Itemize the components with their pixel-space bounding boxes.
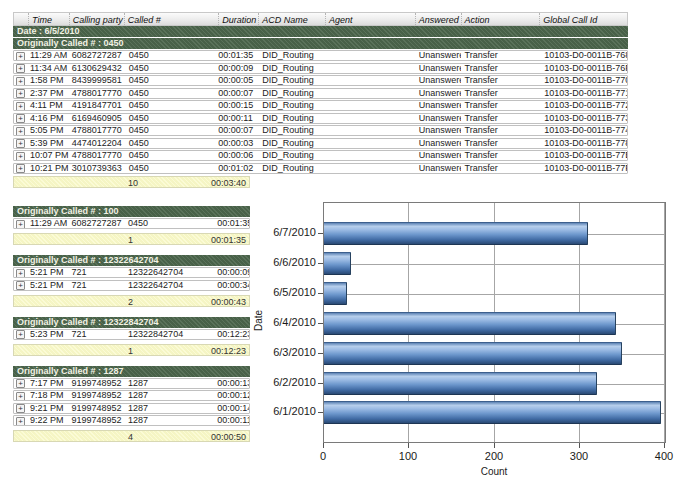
y-tick-label: 6/5/2010 bbox=[266, 286, 316, 298]
cell-answered: Unanswered bbox=[415, 64, 461, 73]
cell-acd-name: DID_Routing bbox=[258, 51, 325, 60]
cell-answered: Unanswered bbox=[415, 114, 461, 123]
cell-called-number: 12322642704 bbox=[123, 281, 217, 290]
expand-plus-icon[interactable]: + bbox=[16, 379, 25, 388]
table-row: +2:37 PM4788017770045000:00:07DID_Routin… bbox=[13, 88, 628, 99]
expand-plus-icon[interactable]: + bbox=[16, 127, 25, 136]
y-axis-tick bbox=[318, 263, 323, 264]
x-tick-label: 400 bbox=[642, 450, 676, 462]
expand-plus-icon[interactable]: + bbox=[16, 102, 25, 111]
chart-bar bbox=[324, 342, 622, 365]
cell-duration: 00:01:35 bbox=[217, 219, 249, 228]
expand-plus-icon[interactable]: + bbox=[16, 64, 25, 73]
table-row: +4:16 PM6169460905045000:00:11DID_Routin… bbox=[13, 113, 628, 124]
expand-cell: + bbox=[14, 268, 28, 277]
y-axis-tick bbox=[318, 383, 323, 384]
cell-time: 11:29 AM bbox=[28, 51, 69, 60]
cell-duration: 00:00:34 bbox=[217, 281, 249, 290]
x-axis-tick bbox=[323, 443, 324, 448]
column-header-action: Action bbox=[461, 13, 540, 25]
expand-plus-icon[interactable]: + bbox=[16, 269, 25, 278]
cell-calling-party: 4788017770 bbox=[69, 89, 124, 98]
cell-calling-party: 9199748952 bbox=[69, 379, 124, 388]
expand-plus-icon[interactable]: + bbox=[16, 52, 25, 61]
call-report-table: TimeCalling party #Called #DurationACD N… bbox=[13, 12, 628, 188]
cell-acd-name: DID_Routing bbox=[258, 151, 325, 160]
table-row: +4:11 PM4191847701045000:00:15DID_Routin… bbox=[13, 100, 628, 111]
expand-plus-icon[interactable]: + bbox=[16, 77, 25, 86]
cell-global-call-id: 10103-D0-0011B-77E bbox=[539, 151, 627, 160]
expand-plus-icon[interactable]: + bbox=[16, 220, 25, 229]
cell-time: 4:16 PM bbox=[28, 114, 69, 123]
group-band: Originally Called # : 100 bbox=[13, 206, 250, 217]
group-band: Originally Called # : 1287 bbox=[13, 366, 250, 377]
expand-plus-icon[interactable]: + bbox=[16, 330, 25, 339]
expand-plus-icon[interactable]: + bbox=[16, 139, 25, 148]
cell-duration: 00:00:11 bbox=[217, 416, 249, 425]
group-band: Originally Called # : 12322842704 bbox=[13, 317, 250, 328]
cell-time: 10:07 PM bbox=[28, 151, 69, 160]
table-row: +10:07 PM4788017770045000:00:06DID_Routi… bbox=[13, 150, 628, 161]
vertical-gridline bbox=[664, 203, 665, 442]
expand-plus-icon[interactable]: + bbox=[16, 404, 25, 413]
column-header-time: Time bbox=[28, 13, 69, 25]
cell-called-number: 0450 bbox=[123, 219, 217, 228]
expand-plus-icon[interactable]: + bbox=[16, 281, 25, 290]
expand-cell: + bbox=[14, 89, 28, 98]
cell-agent bbox=[325, 101, 415, 110]
cell-called-number: 0450 bbox=[124, 139, 219, 148]
table-row: +7:18 PM9199748952128700:00:12 bbox=[13, 390, 250, 401]
expand-plus-icon[interactable]: + bbox=[16, 392, 25, 401]
x-axis-tick bbox=[579, 443, 580, 448]
y-tick-label: 6/6/2010 bbox=[266, 256, 316, 268]
cell-acd-name: DID_Routing bbox=[258, 64, 325, 73]
cell-duration: 00:01:35 bbox=[218, 51, 258, 60]
cell-calling-party: 4788017770 bbox=[69, 126, 124, 135]
column-header-answered: Answered bbox=[415, 13, 461, 25]
expand-cell: + bbox=[14, 330, 28, 339]
expand-cell: + bbox=[14, 76, 28, 85]
cell-global-call-id: 10103-D0-0011B-774 bbox=[539, 126, 627, 135]
table-row: +7:17 PM9199748952128700:00:13 bbox=[13, 378, 250, 389]
y-tick-label: 6/7/2010 bbox=[266, 226, 316, 238]
cell-duration: 00:00:03 bbox=[218, 139, 258, 148]
cell-global-call-id: 10103-D0-0011B-773 bbox=[539, 114, 627, 123]
cell-called-number: 0450 bbox=[124, 64, 219, 73]
cell-acd-name: DID_Routing bbox=[258, 101, 325, 110]
expand-cell: + bbox=[14, 64, 28, 73]
originally-called-group: Originally Called # : 12322842704+5:23 P… bbox=[13, 317, 250, 356]
cell-called-number: 1287 bbox=[123, 379, 217, 388]
expand-plus-icon[interactable]: + bbox=[16, 164, 25, 173]
cell-called-number: 12322842704 bbox=[123, 330, 217, 339]
expand-cell: + bbox=[14, 126, 28, 135]
expand-plus-icon[interactable]: + bbox=[16, 89, 25, 98]
cell-called-number: 0450 bbox=[124, 164, 219, 173]
cell-acd-name: DID_Routing bbox=[258, 139, 325, 148]
table-row: +11:29 AM6082727287045000:01:35 bbox=[13, 218, 250, 229]
expand-plus-icon[interactable]: + bbox=[16, 114, 25, 123]
cell-duration: 00:00:15 bbox=[218, 101, 258, 110]
table-row: +5:05 PM4788017770045000:00:07DID_Routin… bbox=[13, 125, 628, 136]
cell-time: 4:11 PM bbox=[28, 101, 69, 110]
cell-acd-name: DID_Routing bbox=[258, 76, 325, 85]
expand-plus-icon[interactable]: + bbox=[16, 417, 25, 426]
expand-cell: + bbox=[14, 51, 28, 60]
expand-cell: + bbox=[14, 404, 28, 413]
date-group-band: Date : 6/5/2010 bbox=[13, 26, 628, 37]
group-summary-row: 200:00:43 bbox=[13, 295, 250, 307]
table-row: +5:39 PM4474012204045000:00:03DID_Routin… bbox=[13, 138, 628, 149]
cell-calling-party: 4788017770 bbox=[69, 151, 124, 160]
cell-action: Transfer bbox=[461, 89, 540, 98]
expand-plus-icon[interactable]: + bbox=[16, 152, 25, 161]
cell-calling-party: 6169460905 bbox=[69, 114, 124, 123]
cell-acd-name: DID_Routing bbox=[258, 164, 325, 173]
expand-cell: + bbox=[14, 416, 28, 425]
cell-time: 9:21 PM bbox=[28, 404, 69, 413]
cell-agent bbox=[325, 89, 415, 98]
cell-answered: Unanswered bbox=[415, 89, 461, 98]
chart-plot-area bbox=[323, 202, 666, 443]
cell-calling-party: 3010739363 bbox=[69, 164, 124, 173]
cell-acd-name: DID_Routing bbox=[258, 89, 325, 98]
x-tick-label: 300 bbox=[557, 450, 601, 462]
table-row: +5:21 PM7211232264270400:00:34 bbox=[13, 280, 250, 291]
